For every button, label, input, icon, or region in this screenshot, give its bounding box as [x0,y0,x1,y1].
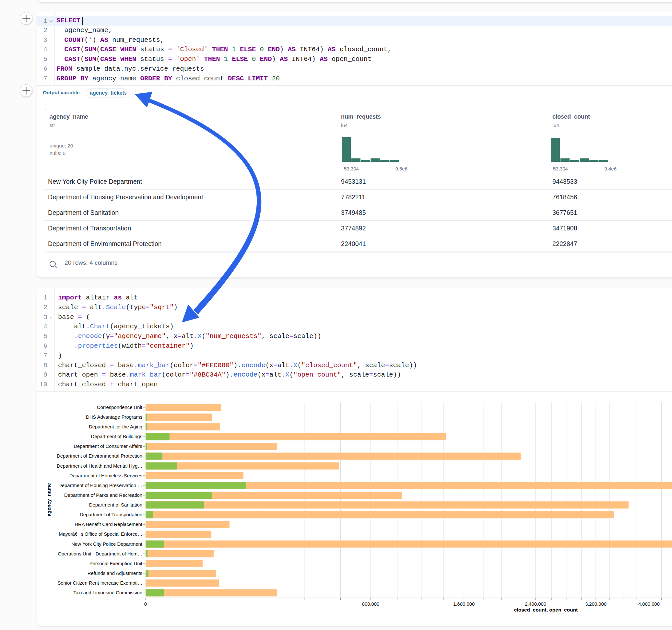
svg-text:Department of Parks and Recrea: Department of Parks and Recreation [64,492,142,498]
svg-text:Department of Transportation: Department of Transportation [80,512,142,517]
svg-text:9.4e6: 9.4e6 [604,166,617,171]
svg-text:9.5e6: 9.5e6 [395,166,407,171]
svg-text:Taxi and Limousine Commission: Taxi and Limousine Commission [73,590,142,595]
svg-text:53,304: 53,304 [344,166,359,171]
svg-text:DHS Advantage Programs: DHS Advantage Programs [86,414,142,420]
svg-text:closed_count, open_count: closed_count, open_count [514,607,578,612]
svg-text:0: 0 [144,602,147,607]
svg-text:Department of Environmental Pr: Department of Environmental Protection [57,453,142,459]
svg-text:Operations Unit - Department o: Operations Unit - Department of Hom… [58,551,142,556]
svg-text:Department of Homeless Service: Department of Homeless Services [69,473,142,478]
svg-text:Correspondence Unit: Correspondence Unit [97,405,143,410]
svg-text:Senior Citizen Rent Increase E: Senior Citizen Rent Increase Exempti… [57,580,142,586]
svg-text:53,304: 53,304 [553,166,568,171]
svg-text:Department of Health and Menta: Department of Health and Mental Hyg… [57,463,142,468]
svg-text:Department for the Aging: Department for the Aging [89,424,142,429]
svg-text:Department of Sanitation: Department of Sanitation [89,502,142,508]
svg-text:Refunds and Adjustments: Refunds and Adjustments [88,571,142,576]
svg-text:Mayorâ€ s Office of Special E: Mayorâ€ s Office of Special Enforce… [59,532,142,537]
svg-text:Department of Buildings: Department of Buildings [91,434,142,439]
svg-text:agency_name: agency_name [46,483,51,516]
svg-text:1,600,000: 1,600,000 [453,602,475,607]
svg-text:Department of Consumer Affairs: Department of Consumer Affairs [74,444,142,449]
svg-text:Personal Exemption Unit: Personal Exemption Unit [90,561,143,566]
svg-text:Department of Housing Preserva: Department of Housing Preservation … [58,483,142,488]
svg-text:New York City Police Departmen: New York City Police Department [71,541,143,547]
svg-text:HRA Benefit Card Replacement: HRA Benefit Card Replacement [75,522,143,527]
svg-text:4,000,000: 4,000,000 [638,602,660,607]
svg-text:2,400,000: 2,400,000 [525,602,546,607]
svg-text:800,000: 800,000 [362,602,380,607]
svg-text:3,200,000: 3,200,000 [585,602,606,607]
